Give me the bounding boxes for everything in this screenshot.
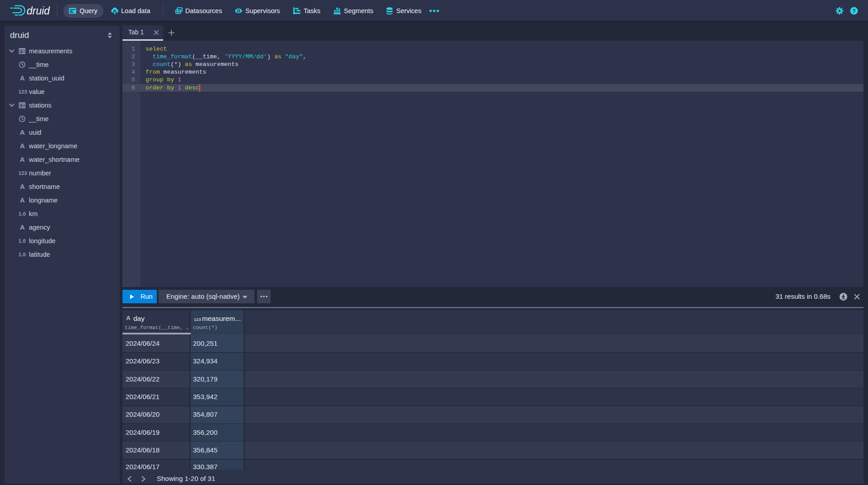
svg-text:?: ? <box>852 8 856 14</box>
